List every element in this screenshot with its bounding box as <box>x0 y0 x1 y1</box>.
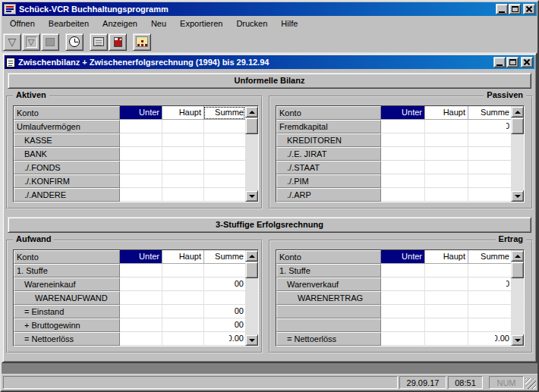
haupt-cell[interactable] <box>162 318 203 332</box>
haupt-cell[interactable] <box>424 147 468 161</box>
haupt-cell[interactable] <box>162 174 203 188</box>
summe-cell[interactable] <box>468 147 511 161</box>
unter-cell[interactable] <box>381 332 424 346</box>
col-header-unter[interactable]: Unter <box>381 250 424 264</box>
summe-cell[interactable] <box>468 291 511 305</box>
child-maximize-button[interactable] <box>506 57 519 67</box>
unter-cell[interactable] <box>381 318 424 332</box>
child-minimize-button[interactable] <box>493 57 506 67</box>
scrollbar-track[interactable] <box>511 118 524 190</box>
row-label[interactable]: 1. Stuffe <box>276 264 381 278</box>
haupt-cell[interactable] <box>162 278 203 291</box>
scroll-down-button[interactable] <box>245 190 258 202</box>
scrollbar-thumb[interactable] <box>511 262 524 278</box>
menu-neu[interactable]: Neu <box>144 17 173 30</box>
child-titlebar[interactable]: Zwischenbilanz + Zwischenerfolgsrechnung… <box>5 55 534 69</box>
unformelle-bilanz-button[interactable]: Unformelle Bilanz <box>8 73 531 89</box>
summe-cell[interactable] <box>203 174 245 188</box>
haupt-cell[interactable] <box>424 174 468 188</box>
main-titlebar[interactable]: Schück-VCR Buchhaltungsprogramm <box>2 2 537 16</box>
summe-cell[interactable] <box>468 161 511 174</box>
summe-cell[interactable]: 0 <box>468 120 511 133</box>
row-label[interactable]: KASSE <box>14 133 120 147</box>
row-label[interactable]: Wareneinkauf <box>14 278 120 291</box>
toolbar-button-5[interactable] <box>90 33 108 51</box>
haupt-cell[interactable] <box>424 133 468 147</box>
haupt-cell[interactable] <box>162 147 203 161</box>
summe-cell[interactable]: 0.00 <box>203 318 245 332</box>
row-label[interactable]: ./.PIM <box>276 174 381 188</box>
summe-cell[interactable]: 0.00 <box>203 305 245 318</box>
scroll-up-button[interactable] <box>245 250 258 262</box>
summe-cell[interactable] <box>468 318 511 332</box>
row-label[interactable]: = Nettoerlöss <box>14 332 120 346</box>
scroll-down-button[interactable] <box>511 334 524 346</box>
summe-cell[interactable]: 0.00 <box>468 332 511 346</box>
unter-cell[interactable] <box>381 147 424 161</box>
col-header-unter[interactable]: Unter <box>381 106 424 120</box>
summe-cell[interactable] <box>468 264 511 278</box>
haupt-cell[interactable] <box>424 318 468 332</box>
row-label[interactable]: ./.ANDERE <box>14 188 120 202</box>
col-header-haupt[interactable]: Haupt <box>162 106 203 120</box>
menu-anzeigen[interactable]: Anzeigen <box>96 17 144 30</box>
haupt-cell[interactable] <box>424 291 468 305</box>
erfolgsrechnung-button[interactable]: 3-Stuffige Erfolgsrechnung <box>8 217 531 233</box>
haupt-cell[interactable] <box>162 188 203 202</box>
row-label[interactable]: ./.STAAT <box>276 161 381 174</box>
unter-cell[interactable] <box>381 278 424 291</box>
col-header-konto[interactable]: Konto <box>276 250 381 264</box>
haupt-cell[interactable] <box>162 291 203 305</box>
row-label[interactable]: ./.ARP <box>276 188 381 202</box>
menu-bearbeiten[interactable]: Bearbeiten <box>42 17 96 30</box>
haupt-cell[interactable] <box>424 305 468 318</box>
unter-cell[interactable] <box>120 264 162 278</box>
scrollbar-thumb[interactable] <box>245 262 258 278</box>
scrollbar-thumb[interactable] <box>245 118 258 134</box>
row-label[interactable]: Fremdkapital <box>276 120 381 133</box>
scroll-down-button[interactable] <box>511 190 524 202</box>
unter-cell[interactable] <box>120 120 162 133</box>
row-label[interactable]: = Einstand <box>14 305 120 318</box>
haupt-cell[interactable] <box>424 188 468 202</box>
unter-cell[interactable] <box>120 133 162 147</box>
document-icon[interactable] <box>6 58 15 67</box>
summe-cell[interactable] <box>203 161 245 174</box>
unter-cell[interactable] <box>120 278 162 291</box>
row-label[interactable]: BANK <box>14 147 120 161</box>
scrollbar-track[interactable] <box>245 118 258 190</box>
summe-cell[interactable] <box>203 188 245 202</box>
close-button[interactable] <box>523 4 535 14</box>
row-label[interactable]: = Nettoerlöss <box>276 332 381 346</box>
unter-cell[interactable] <box>381 188 424 202</box>
summe-cell[interactable] <box>203 264 245 278</box>
summe-cell[interactable] <box>203 291 245 305</box>
unter-cell[interactable] <box>120 147 162 161</box>
minimize-button[interactable] <box>496 4 508 14</box>
toolbar-button-4[interactable] <box>65 33 84 51</box>
row-label[interactable] <box>276 305 381 318</box>
row-label[interactable]: ./.FONDS <box>14 161 120 174</box>
summe-cell[interactable] <box>203 133 245 147</box>
scrollbar-track[interactable] <box>511 262 524 334</box>
col-header-unter[interactable]: Unter <box>120 250 162 264</box>
menu-oeffnen[interactable]: Öffnen <box>3 17 42 30</box>
menu-exportieren[interactable]: Exportieren <box>173 17 229 30</box>
col-header-konto[interactable]: Konto <box>14 106 120 120</box>
row-label[interactable]: ./.E. JIRAT <box>276 147 381 161</box>
row-label[interactable]: WARENAUFWAND <box>14 291 120 305</box>
haupt-cell[interactable] <box>424 332 468 346</box>
maximize-button[interactable] <box>509 4 521 14</box>
haupt-cell[interactable] <box>424 264 468 278</box>
unter-cell[interactable] <box>120 332 162 346</box>
toolbar-button-7[interactable] <box>133 33 151 51</box>
menu-drucken[interactable]: Drucken <box>229 17 274 30</box>
col-header-konto[interactable]: Konto <box>14 250 120 264</box>
col-header-haupt[interactable]: Haupt <box>162 250 203 264</box>
app-icon[interactable] <box>4 4 16 14</box>
unter-cell[interactable] <box>381 291 424 305</box>
scroll-up-button[interactable] <box>511 106 524 118</box>
vertical-scrollbar[interactable] <box>245 106 258 202</box>
summe-cell[interactable] <box>468 174 511 188</box>
unter-cell[interactable] <box>381 174 424 188</box>
